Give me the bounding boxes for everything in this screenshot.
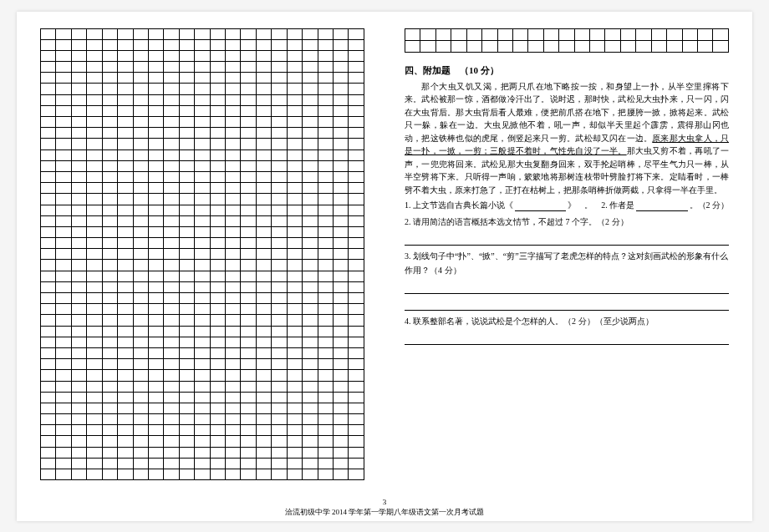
left-column	[40, 28, 384, 506]
q2-answer-line[interactable]	[405, 234, 729, 246]
q3-answer-line-1[interactable]	[405, 282, 729, 294]
q1-prefix: 1. 上文节选自古典长篇小说《	[405, 200, 513, 211]
question-1: 1. 上文节选自古典长篇小说《 》 。 2. 作者是 。（2 分）	[405, 200, 729, 211]
writing-grid-small	[405, 28, 729, 53]
right-column: 四、附加题 （10 分） 那个大虫又饥又渴，把两只爪在地下略按一按，和身望上一扑…	[384, 28, 729, 506]
page-number: 3	[17, 498, 752, 508]
question-2: 2. 请用简洁的语言概括本选文情节，不超过 7 个字。（2 分）	[405, 215, 729, 229]
writing-grid-large	[40, 28, 364, 481]
q1-suffix: 。（2 分）	[690, 200, 730, 211]
q1-blank-author[interactable]	[636, 200, 687, 211]
question-3: 3. 划线句子中“扑”、“掀”、“剪”三字描写了老虎怎样的特点？这对刻画武松的形…	[405, 249, 729, 277]
exam-page: 四、附加题 （10 分） 那个大虫又饥又渴，把两只爪在地下略按一按，和身望上一扑…	[17, 12, 752, 521]
q1-mid: 》 。 2. 作者是	[568, 200, 634, 211]
question-4: 4. 联系整部名著，说说武松是个怎样的人。（2 分）（至少说两点）	[405, 314, 729, 328]
q3-answer-line-2[interactable]	[405, 299, 729, 311]
page-footer: 3 洽流初级中学 2014 学年第一学期八年级语文第一次月考试题	[17, 498, 752, 517]
reading-passage: 那个大虫又饥又渴，把两只爪在地下略按一按，和身望上一扑，从半空里撺将下来。武松被…	[405, 80, 729, 197]
footer-text: 洽流初级中学 2014 学年第一学期八年级语文第一次月考试题	[17, 508, 752, 518]
q4-answer-line[interactable]	[405, 333, 729, 345]
section4-heading: 四、附加题 （10 分）	[405, 64, 729, 77]
q1-blank-book[interactable]	[515, 200, 566, 211]
